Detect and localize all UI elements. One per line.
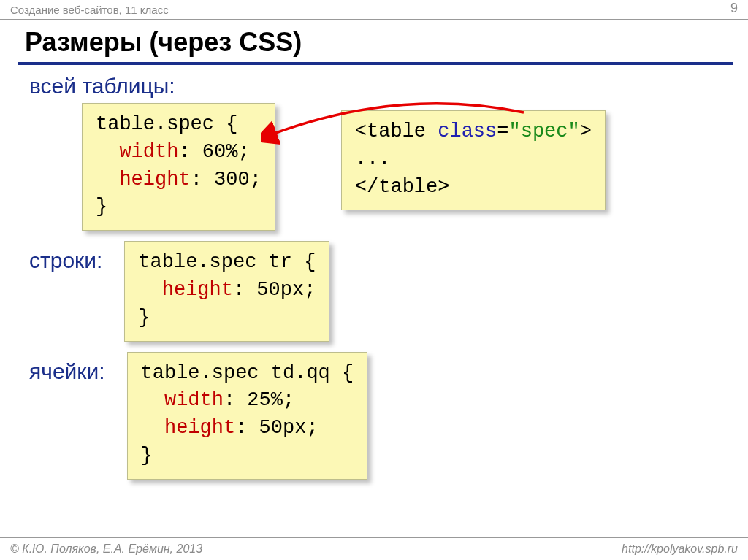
- slide-content: всей таблицы: table.spec { width: 60%; h…: [0, 65, 748, 480]
- slide-footer: © К.Ю. Поляков, Е.А. Ерёмин, 2013 http:/…: [0, 537, 748, 560]
- code-block-html: <table class="spec"> ... </table>: [341, 110, 606, 210]
- subheading-row: строки:: [29, 248, 102, 273]
- subheading-whole-table: всей таблицы:: [29, 74, 748, 99]
- footer-right: http://kpolyakov.spb.ru: [622, 542, 738, 560]
- code-block-row: table.spec tr { height: 50px; }: [124, 241, 329, 341]
- code-block-cell: table.spec td.qq { width: 25%; height: 5…: [127, 352, 368, 480]
- page-number: 9: [730, 1, 738, 16]
- slide-title: Размеры (через CSS): [25, 27, 748, 58]
- slide-header: Создание веб-сайтов, 11 класс 9: [0, 0, 748, 20]
- code-block-table: table.spec { width: 60%; height: 300; }: [82, 103, 275, 231]
- footer-left: © К.Ю. Поляков, Е.А. Ерёмин, 2013: [10, 542, 202, 560]
- subheading-cell: ячейки:: [29, 359, 105, 384]
- header-left: Создание веб-сайтов, 11 класс: [10, 4, 169, 16]
